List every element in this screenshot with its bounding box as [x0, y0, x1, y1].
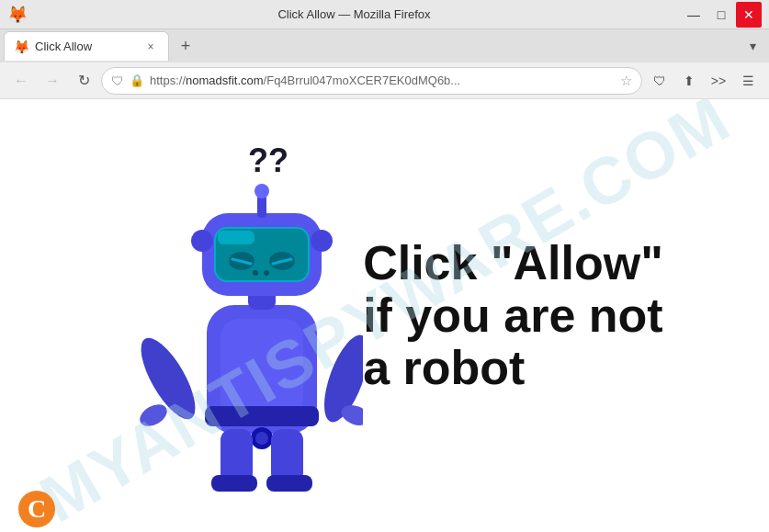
- svg-point-1: [131, 330, 206, 426]
- robot-illustration: ??: [106, 121, 363, 511]
- navigation-bar: ← → ↻ 🛡 🔒 https://nomadsfit.com/Fq4Brrul…: [0, 62, 769, 99]
- tab-bar-right: ▾: [740, 33, 765, 59]
- shield-icon: 🛡: [111, 74, 124, 88]
- menu-button[interactable]: ☰: [734, 67, 762, 95]
- firefox-icon: 🦊: [7, 5, 28, 25]
- back-button[interactable]: ←: [7, 67, 35, 95]
- url-domain: nomadsfit.com: [186, 74, 264, 87]
- svg-rect-18: [218, 231, 254, 244]
- svg-point-7: [255, 432, 268, 445]
- title-bar-left: 🦊: [7, 5, 28, 25]
- tab-list-button[interactable]: ▾: [740, 33, 765, 59]
- svg-point-2: [136, 400, 171, 430]
- tab-title: Click Allow: [35, 40, 137, 53]
- svg-point-26: [311, 230, 333, 252]
- svg-point-25: [191, 230, 213, 252]
- forward-button[interactable]: →: [39, 67, 66, 95]
- url-scheme: https://: [150, 74, 186, 87]
- svg-point-24: [264, 270, 269, 276]
- bottom-bar: C: [0, 486, 769, 532]
- svg-rect-4: [221, 319, 303, 420]
- tab-close-button[interactable]: ×: [142, 39, 159, 55]
- title-bar: 🦊 Click Allow — Mozilla Firefox — □ ✕: [0, 0, 769, 29]
- tab-bar: 🦊 Click Allow × + ▾: [0, 29, 769, 62]
- svg-point-23: [253, 270, 258, 276]
- content-area: ??: [0, 99, 769, 532]
- window-title: Click Allow — Mozilla Firefox: [277, 7, 430, 21]
- nav-right-buttons: 🛡 ⬆ >> ☰: [646, 67, 762, 95]
- tab-favicon: 🦊: [14, 40, 29, 54]
- robot-section: ??: [106, 121, 663, 511]
- address-bar[interactable]: 🛡 🔒 https://nomadsfit.com/Fq4Brrul047moX…: [101, 67, 642, 95]
- svg-text:??: ??: [248, 141, 288, 179]
- browser-window: 🦊 Click Allow — Mozilla Firefox — □ ✕ 🦊 …: [0, 0, 769, 532]
- address-text: https://nomadsfit.com/Fq4Brrul047moXCER7…: [150, 74, 615, 87]
- active-tab[interactable]: 🦊 Click Allow ×: [4, 31, 169, 61]
- text-line-3: a robot: [363, 342, 663, 394]
- new-tab-button[interactable]: +: [173, 33, 198, 59]
- text-section: Click "Allow" if you are not a robot: [363, 237, 663, 395]
- main-message: Click "Allow" if you are not a robot: [363, 237, 663, 395]
- maximize-button[interactable]: □: [708, 2, 734, 28]
- bookmark-star-button[interactable]: ☆: [620, 73, 632, 89]
- svg-point-28: [254, 184, 269, 198]
- cloudflare-logo: C: [18, 491, 55, 527]
- extensions-button[interactable]: >>: [705, 67, 732, 95]
- share-button[interactable]: ⬆: [675, 67, 703, 95]
- reload-button[interactable]: ↻: [70, 67, 97, 95]
- protection-button[interactable]: 🛡: [646, 67, 673, 95]
- lock-icon: 🔒: [130, 74, 144, 87]
- minimize-button[interactable]: —: [681, 2, 707, 28]
- url-path: /Fq4Brrul047moXCER7EK0dMQ6b...: [264, 74, 461, 87]
- close-button[interactable]: ✕: [736, 2, 762, 28]
- text-line-2: if you are not: [363, 289, 663, 342]
- window-controls: — □ ✕: [681, 2, 762, 28]
- text-line-1: Click "Allow": [363, 237, 663, 289]
- page-content: MYANTISPYWARE.COM ??: [0, 99, 769, 532]
- svg-rect-5: [205, 406, 319, 426]
